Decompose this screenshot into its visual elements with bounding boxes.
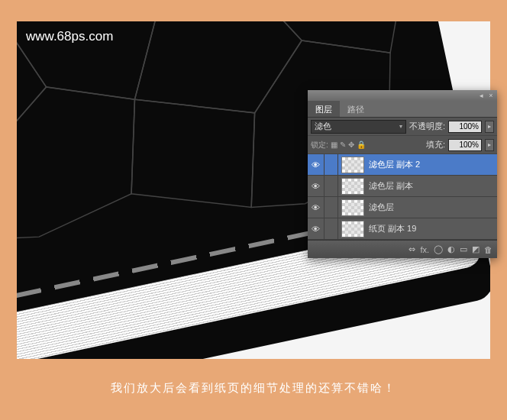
opacity-arrow-icon[interactable]: ▸ xyxy=(485,121,494,133)
group-icon[interactable]: ▭ xyxy=(460,244,467,254)
watermark: www.68ps.com xyxy=(26,29,113,44)
layer-thumbnail[interactable] xyxy=(341,178,364,195)
mask-icon[interactable]: ◯ xyxy=(434,244,443,254)
layer-thumbnail[interactable] xyxy=(341,157,364,173)
link-cell[interactable] xyxy=(325,218,338,240)
layer-row[interactable]: 👁 滤色层 xyxy=(308,197,497,218)
visibility-icon[interactable]: 👁 xyxy=(308,176,325,197)
close-icon[interactable]: × xyxy=(487,92,495,99)
caption-text: 我们放大后会看到纸页的细节处理的还算不错哈！ xyxy=(0,381,507,396)
opacity-label: 不透明度: xyxy=(409,121,445,132)
blend-row: 滤色 ▾ 不透明度: 100% ▸ xyxy=(308,118,497,136)
panel-tabs: 图层 路径 xyxy=(308,101,497,118)
layer-row[interactable]: 👁 滤色层 副本 2 xyxy=(308,154,497,176)
chevron-down-icon: ▾ xyxy=(399,123,402,130)
fill-label: 填充: xyxy=(426,139,445,150)
lock-transparency-icon[interactable]: ▦ xyxy=(331,141,337,149)
visibility-icon[interactable]: 👁 xyxy=(308,218,325,240)
fx-icon[interactable]: fx. xyxy=(420,245,429,254)
link-layers-icon[interactable]: ⇔ xyxy=(409,244,415,254)
lock-paint-icon[interactable]: ✎ xyxy=(340,141,346,149)
visibility-icon[interactable]: 👁 xyxy=(308,154,325,176)
tab-paths[interactable]: 路径 xyxy=(340,101,372,117)
opacity-value[interactable]: 100% xyxy=(448,121,482,133)
layer-name[interactable]: 滤色层 副本 2 xyxy=(367,159,497,170)
lock-label: 锁定: xyxy=(311,140,328,150)
link-cell[interactable] xyxy=(325,176,338,197)
lock-all-icon[interactable]: 🔒 xyxy=(357,141,366,149)
layer-list: 👁 滤色层 副本 2 👁 滤色层 副本 👁 滤色层 👁 纸页 副本 19 xyxy=(308,154,497,240)
new-layer-icon[interactable]: ◩ xyxy=(472,244,480,254)
panel-titlebar[interactable]: ◂ × xyxy=(308,90,497,101)
layers-panel: ◂ × 图层 路径 滤色 ▾ 不透明度: 100% ▸ 锁定: ▦ ✎ ✥ 🔒 … xyxy=(308,90,497,258)
link-cell[interactable] xyxy=(325,197,338,218)
delete-icon[interactable]: 🗑 xyxy=(484,245,492,254)
layer-thumbnail[interactable] xyxy=(341,199,364,216)
lock-icons: 锁定: ▦ ✎ ✥ 🔒 xyxy=(311,140,366,150)
adjustment-icon[interactable]: ◐ xyxy=(447,244,455,254)
fill-arrow-icon[interactable]: ▸ xyxy=(485,139,494,151)
blend-mode-select[interactable]: 滤色 ▾ xyxy=(311,120,406,134)
blend-mode-value: 滤色 xyxy=(315,121,331,132)
tab-layers[interactable]: 图层 xyxy=(308,101,340,117)
layer-name[interactable]: 纸页 副本 19 xyxy=(367,223,497,234)
link-cell[interactable] xyxy=(325,154,338,176)
minimize-icon[interactable]: ◂ xyxy=(477,92,485,99)
layer-row[interactable]: 👁 滤色层 副本 xyxy=(308,176,497,197)
layer-name[interactable]: 滤色层 副本 xyxy=(367,180,497,192)
layer-row[interactable]: 👁 纸页 副本 19 xyxy=(308,218,497,240)
visibility-icon[interactable]: 👁 xyxy=(308,197,325,218)
lock-row: 锁定: ▦ ✎ ✥ 🔒 填充: 100% ▸ xyxy=(308,136,497,154)
fill-value[interactable]: 100% xyxy=(448,139,482,151)
lock-position-icon[interactable]: ✥ xyxy=(348,141,354,149)
layer-name[interactable]: 滤色层 xyxy=(367,202,497,213)
layer-thumbnail[interactable] xyxy=(341,221,364,237)
panel-footer: ⇔ fx. ◯ ◐ ▭ ◩ 🗑 xyxy=(308,240,497,258)
